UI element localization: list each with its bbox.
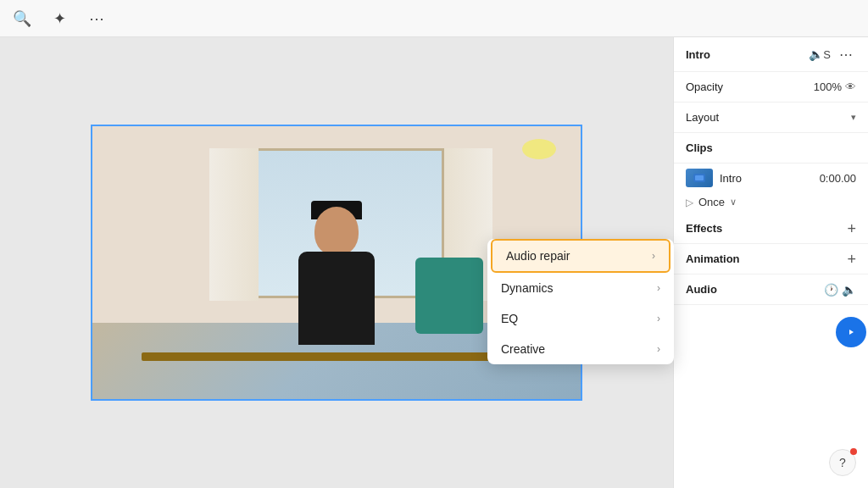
help-label: ? bbox=[839, 456, 846, 469]
creative-chevron-icon: › bbox=[657, 343, 660, 355]
intro-label: Intro bbox=[686, 48, 804, 61]
audio-repair-chevron-icon: › bbox=[652, 250, 655, 262]
svg-rect-1 bbox=[695, 175, 704, 180]
animation-label: Animation bbox=[686, 252, 847, 265]
clip-name: Intro bbox=[720, 172, 813, 185]
play-icon: ▷ bbox=[686, 197, 693, 208]
floating-action-button[interactable] bbox=[836, 317, 866, 347]
once-row: ▷ Once ∨ bbox=[674, 192, 868, 214]
opacity-value: 100% bbox=[814, 80, 842, 93]
desk bbox=[142, 352, 532, 361]
more-icon: ⋯ bbox=[89, 9, 104, 28]
dynamics-item[interactable]: Dynamics › bbox=[487, 273, 674, 303]
once-label: Once bbox=[698, 196, 725, 208]
main-area: Intro 🔈 S ⋯ Opacity 100% 👁 Layout ▾ Clip… bbox=[0, 37, 868, 488]
animation-add-button[interactable]: + bbox=[847, 252, 856, 267]
audio-repair-item[interactable]: Audio repair › bbox=[491, 239, 670, 273]
intro-row: Intro 🔈 S ⋯ bbox=[674, 37, 868, 72]
search-button[interactable]: 🔍 bbox=[10, 7, 34, 30]
chair bbox=[415, 258, 483, 334]
audio-volume-icon: 🔈 bbox=[809, 47, 823, 61]
intro-clip-row: Intro 0:00.00 bbox=[674, 164, 868, 192]
audio-row[interactable]: Audio 🕐 🔈 bbox=[674, 274, 868, 305]
lamp-shade bbox=[522, 139, 556, 159]
eye-icon[interactable]: 👁 bbox=[845, 80, 856, 93]
creative-label: Creative bbox=[501, 342, 657, 356]
eq-label: EQ bbox=[501, 312, 657, 325]
dynamics-chevron-icon: › bbox=[657, 282, 660, 294]
opacity-row: Opacity 100% 👁 bbox=[674, 72, 868, 103]
once-chevron-icon: ∨ bbox=[730, 197, 737, 208]
opacity-label: Opacity bbox=[686, 80, 814, 93]
search-icon: 🔍 bbox=[13, 9, 31, 28]
intro-size-label: S bbox=[823, 48, 831, 61]
effects-row[interactable]: Effects + bbox=[674, 214, 868, 244]
clips-label: Clips bbox=[686, 141, 856, 154]
person-head bbox=[314, 207, 359, 256]
layout-chevron-icon: ▾ bbox=[851, 112, 856, 123]
sparkle-icon: ✦ bbox=[53, 9, 66, 28]
clip-thumbnail bbox=[686, 169, 713, 187]
animation-row[interactable]: Animation + bbox=[674, 244, 868, 274]
layout-row[interactable]: Layout ▾ bbox=[674, 103, 868, 133]
creative-item[interactable]: Creative › bbox=[487, 334, 674, 364]
curtain-left bbox=[209, 148, 259, 301]
sparkle-button[interactable]: ✦ bbox=[47, 7, 71, 30]
top-toolbar: 🔍 ✦ ⋯ bbox=[0, 0, 868, 37]
layout-label: Layout bbox=[686, 111, 851, 124]
help-notification-dot bbox=[850, 448, 857, 455]
effects-label: Effects bbox=[686, 222, 847, 235]
clips-row: Clips bbox=[674, 133, 868, 164]
person bbox=[286, 209, 387, 345]
eq-chevron-icon: › bbox=[657, 313, 660, 324]
dynamics-label: Dynamics bbox=[501, 281, 657, 295]
audio-repair-label: Audio repair bbox=[506, 249, 652, 263]
person-body bbox=[298, 252, 375, 345]
audio-dropdown-menu: Audio repair › Dynamics › EQ › Creative … bbox=[487, 239, 674, 364]
eq-item[interactable]: EQ › bbox=[487, 303, 674, 334]
intro-more-button[interactable]: ⋯ bbox=[836, 44, 856, 64]
effects-add-button[interactable]: + bbox=[847, 221, 856, 236]
audio-label: Audio bbox=[686, 283, 821, 296]
more-menu-button[interactable]: ⋯ bbox=[85, 7, 108, 30]
audio-volume-icon2: 🔈 bbox=[842, 283, 856, 297]
help-button[interactable]: ? bbox=[829, 449, 856, 476]
clip-time: 0:00.00 bbox=[820, 172, 856, 185]
audio-clock-icon: 🕐 bbox=[824, 283, 838, 297]
right-panel: Intro 🔈 S ⋯ Opacity 100% 👁 Layout ▾ Clip… bbox=[673, 37, 868, 488]
